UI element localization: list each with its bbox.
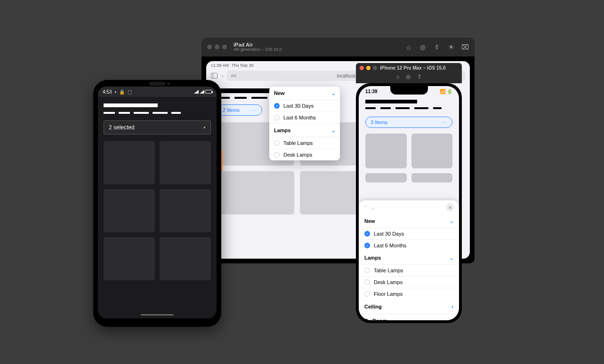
filter-option-last-6-months[interactable]: Last 6 Months: [269, 112, 340, 124]
radio-icon: [364, 268, 370, 273]
filter-section-ceiling[interactable]: Ceiling ›: [359, 300, 459, 314]
android-power-button: [221, 150, 223, 171]
status-indicators: 📶 🔋: [440, 89, 452, 94]
radio-icon: [274, 140, 280, 146]
iphone-sim-titlebar: iPhone 12 Pro Max – iOS 15.0 ⌂ ◎ ⇪: [356, 63, 462, 83]
iphone-simulator-window: iPhone 12 Pro Max – iOS 15.0 ⌂ ◎ ⇪ 11:39…: [356, 63, 462, 323]
filter-option-desk-lamps[interactable]: Desk Lamps: [269, 149, 340, 160]
product-grid: [365, 134, 452, 182]
ipad-time: 11:39 AM: [211, 63, 229, 68]
page-title-redacted: [365, 100, 417, 103]
rotate-icon[interactable]: ⌧: [461, 43, 469, 51]
active-filters-pill[interactable]: 2 Items ⋯: [217, 104, 262, 116]
notification-icon: ▪: [114, 89, 116, 95]
lock-icon: 🔒: [119, 89, 125, 95]
category-tabs-redacted: [104, 112, 211, 114]
filter-option-floor-lamps[interactable]: Floor Lamps: [359, 288, 459, 300]
product-card[interactable]: [160, 141, 211, 184]
filter-section-lamps[interactable]: Lamps ⌄: [359, 251, 459, 264]
product-card[interactable]: [160, 237, 211, 280]
filter-option-last-6-months[interactable]: ✓ Last 6 Months: [359, 239, 459, 251]
signal-icon: [200, 89, 204, 95]
android-screen: 4:53 ▪ 🔒 ⬚ 2 selected ▾: [98, 87, 217, 318]
product-card[interactable]: [365, 134, 407, 168]
chevron-right-icon: ›: [451, 303, 453, 310]
product-card[interactable]: [104, 237, 155, 280]
radio-icon: [274, 115, 280, 120]
sheet-header: ⌃ ⌄ ✕: [359, 200, 459, 214]
product-card[interactable]: [411, 134, 453, 168]
iphone-device-frame: 11:39 📶 🔋 3 Items ⋯: [356, 83, 462, 323]
home-icon[interactable]: ⌂: [396, 73, 399, 80]
screenshot-icon[interactable]: ◎: [419, 43, 427, 51]
android-device-frame: 4:53 ▪ 🔒 ⬚ 2 selected ▾: [93, 80, 221, 327]
android-home-indicator[interactable]: [141, 314, 174, 316]
home-icon[interactable]: ⌂: [405, 43, 412, 51]
product-grid: [104, 141, 211, 280]
sheet-next-icon[interactable]: ⌄: [371, 205, 375, 210]
more-icon: ⋯: [442, 120, 447, 125]
filter-option-table-lamps[interactable]: Table Lamps: [359, 264, 459, 276]
more-icon: ⋯: [252, 108, 257, 113]
sidebar-toggle-icon[interactable]: [211, 73, 217, 79]
screenshot-icon[interactable]: ◎: [406, 73, 411, 80]
chevron-down-icon: ⌄: [450, 219, 453, 224]
filter-option-table-lamps[interactable]: Table Lamps: [269, 137, 340, 149]
android-speaker: [149, 82, 165, 86]
active-filters-pill[interactable]: 3 Items ⋯: [365, 117, 452, 128]
signal-icon: [194, 89, 199, 95]
checkmark-icon: ✓: [364, 243, 370, 248]
iphone-sim-title: iPhone 12 Pro Max – iOS 15.0: [380, 65, 446, 71]
filter-select[interactable]: 2 selected ▾: [104, 120, 211, 135]
sheet-prev-icon[interactable]: ⌃: [363, 205, 368, 210]
chevron-down-icon: ⌄: [331, 128, 335, 133]
filter-bottom-sheet: ⌃ ⌄ ✕ New ⌄ ✓ Last 30 Days ✓ Last 6 Mont…: [359, 200, 459, 320]
share-icon[interactable]: ⇪: [433, 43, 441, 51]
appearance-icon[interactable]: ☀: [447, 43, 455, 51]
chevron-down-icon: ⌄: [331, 91, 335, 96]
radio-icon: [274, 152, 280, 158]
traffic-minimize[interactable]: [215, 45, 219, 49]
select-label: 2 selected: [109, 124, 135, 131]
filter-popover: New ⌄ ✓ Last 30 Days Last 6 Months Lamps…: [269, 87, 340, 160]
battery-icon: [205, 90, 212, 94]
chevron-down-icon: ⌄: [450, 318, 453, 321]
filter-section-lamps[interactable]: Lamps ⌄: [269, 124, 340, 137]
product-card[interactable]: [365, 173, 407, 182]
product-card[interactable]: [104, 189, 155, 232]
product-card[interactable]: [104, 141, 155, 184]
filter-count: 2 Items: [223, 107, 240, 113]
traffic-minimize[interactable]: [366, 66, 370, 70]
traffic-close[interactable]: [207, 45, 212, 49]
ipad-date: Thu Sep 30: [232, 63, 254, 68]
traffic-lights: [207, 45, 227, 49]
filter-section-by-room[interactable]: By Room ⌄: [359, 314, 459, 320]
product-card[interactable]: [411, 173, 453, 182]
category-tabs-redacted: [365, 107, 452, 109]
share-icon[interactable]: ⇪: [417, 73, 422, 80]
iphone-screen: 11:39 📶 🔋 3 Items ⋯: [359, 86, 459, 320]
filter-count: 3 Items: [370, 119, 387, 125]
traffic-zoom[interactable]: [373, 66, 377, 70]
checkmark-icon: ✓: [274, 103, 280, 109]
checkmark-icon: ✓: [364, 231, 370, 237]
product-card[interactable]: [160, 189, 211, 232]
filter-option-last-30-days[interactable]: ✓ Last 30 Days: [359, 228, 459, 239]
android-statusbar: 4:53 ▪ 🔒 ⬚: [98, 87, 217, 97]
filter-option-last-30-days[interactable]: ✓ Last 30 Days: [269, 100, 340, 112]
traffic-lights: [360, 66, 377, 70]
text-size-icon[interactable]: AA: [231, 73, 236, 78]
nav-back-forward[interactable]: ‹ ›: [221, 73, 223, 79]
traffic-zoom[interactable]: [222, 45, 227, 49]
page-title-redacted: [104, 103, 158, 107]
filter-option-desk-lamps[interactable]: Desk Lamps: [359, 276, 459, 288]
product-card[interactable]: [217, 171, 294, 214]
page-title-redacted: [217, 88, 274, 93]
traffic-close[interactable]: [360, 66, 364, 70]
chevron-down-icon: ⌄: [450, 255, 453, 261]
sheet-close-button[interactable]: ✕: [446, 203, 454, 212]
caret-down-icon: ▾: [203, 125, 206, 130]
filter-section-new[interactable]: New ⌄: [359, 214, 459, 228]
filter-section-new[interactable]: New ⌄: [269, 87, 340, 100]
ipad-sim-subtitle: 4th generation – iOS 15.0: [234, 47, 282, 52]
